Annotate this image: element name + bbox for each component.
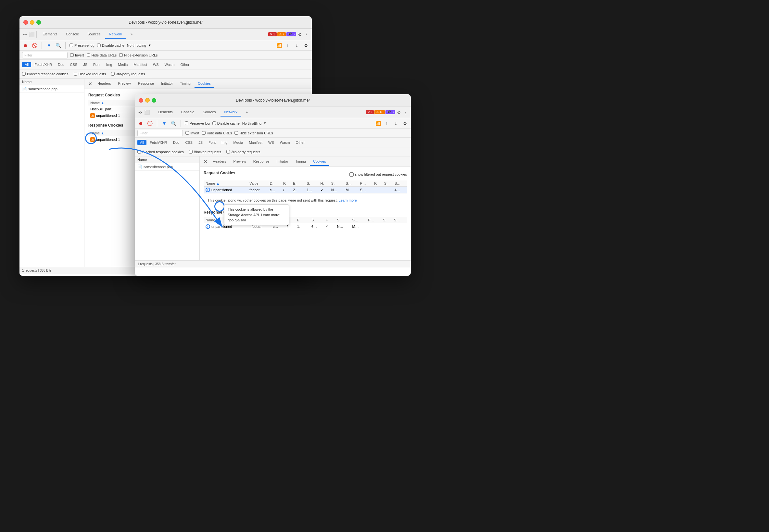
blocked-requests-label-back[interactable]: Blocked requests: [74, 72, 106, 76]
upload-icon-back[interactable]: ↑: [284, 42, 291, 49]
blocked-requests-checkbox-back[interactable]: [74, 72, 77, 76]
device-icon-front[interactable]: ⬜: [144, 109, 150, 115]
blocked-cookies-checkbox-front[interactable]: [137, 150, 141, 154]
hide-data-urls-label-front[interactable]: Hide data URLs: [202, 131, 232, 135]
col-value-front[interactable]: Value: [247, 180, 267, 187]
type-ws-front[interactable]: WS: [266, 140, 277, 145]
settings-icon-back[interactable]: ⚙: [297, 31, 303, 37]
close-detail-front[interactable]: ✕: [202, 158, 209, 165]
preserve-log-label-front[interactable]: Preserve log: [185, 121, 210, 125]
col-d-front[interactable]: D.: [268, 180, 281, 187]
request-item-front[interactable]: 📄 samesitenone.php: [135, 163, 199, 171]
type-font-front[interactable]: Font: [206, 140, 218, 145]
hide-data-urls-checkbox-back[interactable]: [87, 53, 90, 57]
type-all-back[interactable]: All: [22, 62, 31, 67]
hide-ext-urls-checkbox-back[interactable]: [119, 53, 123, 57]
hide-ext-urls-label-front[interactable]: Hide extension URLs: [234, 131, 273, 135]
blocked-requests-checkbox-front[interactable]: [189, 150, 192, 154]
detail-tab-response-front[interactable]: Response: [250, 157, 273, 166]
col-e-front[interactable]: E.: [291, 180, 304, 187]
throttling-select-back[interactable]: No throttling: [127, 43, 146, 47]
type-img-back[interactable]: Img: [104, 62, 115, 67]
upload-icon-front[interactable]: ↑: [383, 120, 390, 127]
tab-more-back[interactable]: »: [127, 30, 136, 39]
type-img-front[interactable]: Img: [219, 140, 230, 145]
filter-input-front[interactable]: [137, 130, 183, 136]
inspect-icon[interactable]: ⊹: [22, 31, 28, 37]
detail-tab-headers-front[interactable]: Headers: [209, 157, 229, 166]
invert-label-back[interactable]: Invert: [70, 53, 84, 57]
clear-button-back[interactable]: 🚫: [31, 42, 38, 49]
col-s4-front[interactable]: S.: [382, 180, 393, 187]
type-doc-front[interactable]: Doc: [170, 140, 182, 145]
detail-tab-response-back[interactable]: Response: [135, 80, 157, 88]
record-button-front[interactable]: ⏺: [137, 120, 144, 127]
tab-sources-front[interactable]: Sources: [199, 108, 219, 117]
tab-sources-back[interactable]: Sources: [83, 30, 104, 39]
filter-button-back[interactable]: ▼: [46, 42, 52, 49]
third-party-checkbox-back[interactable]: [111, 72, 115, 76]
col-p3-front[interactable]: P.: [372, 180, 382, 187]
record-button-back[interactable]: ⏺: [22, 42, 29, 49]
maximize-button-front[interactable]: [152, 98, 156, 103]
blocked-cookies-label-front[interactable]: Blocked response cookies: [137, 150, 184, 154]
detail-tab-headers-back[interactable]: Headers: [94, 80, 114, 88]
throttling-select-front[interactable]: No throttling: [242, 121, 261, 125]
learn-more-link-front[interactable]: Learn more: [339, 198, 357, 202]
type-font-back[interactable]: Font: [91, 62, 103, 67]
hide-data-urls-label-back[interactable]: Hide data URLs: [87, 53, 117, 57]
download-icon-front[interactable]: ↓: [393, 120, 399, 127]
more-icon-back[interactable]: ⋮: [303, 31, 309, 37]
detail-tab-cookies-back[interactable]: Cookies: [194, 80, 214, 88]
minimize-button-back[interactable]: [30, 20, 34, 25]
settings2-icon-front[interactable]: ⚙: [402, 120, 408, 127]
col-h-front[interactable]: H.: [318, 180, 329, 187]
third-party-checkbox-front[interactable]: [226, 150, 230, 154]
detail-tab-preview-back[interactable]: Preview: [115, 80, 134, 88]
col-s3-front[interactable]: S…: [344, 180, 358, 187]
info-icon-front[interactable]: i: [205, 188, 210, 192]
inspect-icon-front[interactable]: ⊹: [137, 109, 143, 115]
type-css-back[interactable]: CSS: [68, 62, 80, 67]
close-button-front[interactable]: [139, 98, 143, 103]
filter-input-back[interactable]: [22, 52, 68, 58]
invert-checkbox-back[interactable]: [70, 53, 74, 57]
filter-button-front[interactable]: ▼: [161, 120, 167, 127]
settings2-icon-back[interactable]: ⚙: [303, 42, 309, 49]
disable-cache-label-back[interactable]: Disable cache: [97, 43, 124, 47]
third-party-label-front[interactable]: 3rd-party requests: [226, 150, 260, 154]
download-icon-back[interactable]: ↓: [293, 42, 300, 49]
col-s-front[interactable]: S.: [304, 180, 318, 187]
detail-tab-cookies-front[interactable]: Cookies: [310, 157, 329, 166]
detail-tab-timing-front[interactable]: Timing: [292, 157, 309, 166]
more-icon-front[interactable]: ⋮: [403, 109, 408, 115]
invert-checkbox-front[interactable]: [185, 131, 189, 135]
settings-icon-front[interactable]: ⚙: [396, 109, 402, 115]
detail-tab-timing-back[interactable]: Timing: [177, 80, 194, 88]
disable-cache-label-front[interactable]: Disable cache: [212, 121, 240, 125]
hide-ext-urls-label-back[interactable]: Hide extension URLs: [119, 53, 157, 57]
type-other-back[interactable]: Other: [178, 62, 192, 67]
type-media-front[interactable]: Media: [230, 140, 245, 145]
col-name-front[interactable]: Name ▲: [204, 180, 247, 187]
close-detail-back[interactable]: ✕: [87, 80, 93, 87]
tab-network-front[interactable]: Network: [220, 108, 241, 117]
col-p2-front[interactable]: P…: [358, 180, 372, 187]
type-media-back[interactable]: Media: [115, 62, 130, 67]
type-manifest-front[interactable]: Manifest: [246, 140, 265, 145]
type-manifest-back[interactable]: Manifest: [131, 62, 150, 67]
col-s5-front[interactable]: S…: [393, 180, 407, 187]
preserve-log-checkbox-back[interactable]: [69, 43, 73, 47]
info-icon-resp-front[interactable]: i: [205, 224, 210, 229]
detail-tab-initiator-back[interactable]: Initiator: [158, 80, 176, 88]
search-button-back[interactable]: 🔍: [55, 42, 61, 49]
blocked-cookies-checkbox-back[interactable]: [22, 72, 26, 76]
req-cookie-row-front[interactable]: i unpartitioned foobar c… / 2… 1… ✓ N…: [204, 187, 407, 193]
type-doc-back[interactable]: Doc: [55, 62, 67, 67]
maximize-button-back[interactable]: [36, 20, 41, 25]
show-filtered-checkbox-front[interactable]: [349, 172, 353, 177]
type-all-front[interactable]: All: [137, 140, 146, 145]
type-js-back[interactable]: JS: [81, 62, 90, 67]
search-button-front[interactable]: 🔍: [170, 120, 177, 127]
tab-elements-back[interactable]: Elements: [39, 30, 61, 39]
